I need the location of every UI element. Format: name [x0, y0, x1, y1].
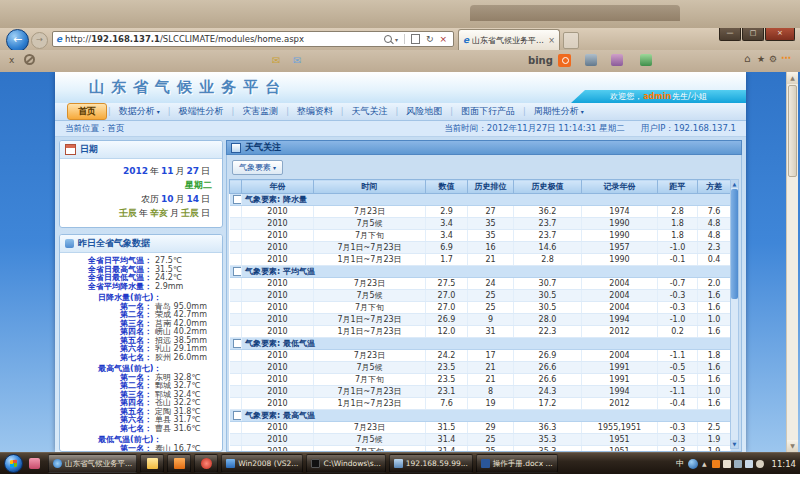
url-text[interactable]: http://192.168.137.1/SLCCLIMATE/modules/… [65, 34, 382, 44]
language-indicator[interactable]: 中 [676, 458, 684, 469]
gear-icon[interactable]: ⚙ [769, 54, 777, 64]
mail-icon[interactable]: ✉ [272, 55, 280, 66]
forward-button[interactable]: → [31, 32, 48, 49]
table-cell: 2010 [242, 434, 314, 446]
section-row[interactable]: 气象要素: 降水量 [230, 194, 731, 206]
page-scrollbar[interactable]: ▲ ▼ [786, 72, 798, 452]
table-row[interactable]: 20107月5候27.02530.52004-0.31.6 [230, 290, 731, 302]
page-scroll-thumb[interactable] [788, 85, 797, 177]
nav-item[interactable]: 灾害监测 [235, 103, 285, 120]
browser-tab[interactable]: e 山东省气候业务平... × [458, 29, 560, 50]
checkbox[interactable] [233, 411, 242, 420]
tab-close-icon[interactable]: × [548, 36, 555, 45]
address-bar-icons: ▾ ↻ × [382, 34, 450, 44]
nav-item[interactable]: 图面下行产品 [454, 103, 522, 120]
apps-icon[interactable] [640, 54, 652, 66]
ie-task-button[interactable]: 山东省气候业务平... [48, 454, 137, 473]
camera-icon[interactable] [585, 54, 597, 66]
back-button[interactable]: ← [6, 29, 29, 52]
checkbox[interactable] [233, 195, 242, 204]
paint-icon[interactable] [611, 54, 623, 66]
stop-icon[interactable]: × [439, 34, 447, 44]
nav-item[interactable]: 首页 [67, 103, 107, 120]
refresh-icon[interactable]: ↻ [426, 34, 434, 44]
task-button[interactable]: 操作手册.docx ... [476, 454, 558, 473]
scroll-up-icon[interactable]: ▲ [731, 180, 738, 188]
scroll-thumb[interactable] [731, 189, 738, 299]
nav-item[interactable]: 风险地图 [399, 103, 449, 120]
table-row[interactable]: 20101月1日~7月23日7.61917.22012-0.41.6 [230, 398, 731, 410]
nav-item[interactable]: 周期性分析▾ [527, 103, 591, 120]
address-bar[interactable]: e http://192.168.137.1/SLCCLIMATE/module… [52, 31, 454, 47]
pinned-task-button[interactable] [194, 454, 218, 473]
display-tray-icon[interactable] [734, 460, 742, 468]
username: admin [643, 92, 671, 101]
table-row[interactable]: 20101月1日~7月23日12.03122.320120.21.6 [230, 326, 731, 338]
minimize-button[interactable]: — [719, 28, 741, 41]
compass-icon[interactable] [24, 54, 35, 65]
network-icon[interactable] [745, 460, 753, 468]
tab-title[interactable]: 山东省气候业务平... [472, 35, 545, 46]
table-row[interactable]: 20107月23日31.52936.31955,1951-0.32.5 [230, 422, 731, 434]
table-cell: 31.5 [426, 422, 468, 434]
close-button[interactable]: × [765, 28, 795, 41]
nav-item[interactable]: 极端性分析 [171, 103, 230, 120]
send-mail-icon[interactable]: ✉ [293, 55, 301, 66]
clock[interactable]: 11:14 [772, 459, 797, 469]
table-row[interactable]: 20107月1日~7月23日6.91614.61957-1.02.3 [230, 242, 731, 254]
table-cell: 19 [468, 398, 514, 410]
task-button[interactable]: Win2008 (VS2... [221, 454, 303, 473]
favorites-star-icon[interactable]: ★ [757, 54, 765, 64]
home-icon[interactable]: ⌂ [744, 53, 750, 64]
compatibility-view-icon[interactable] [411, 34, 420, 44]
section-row[interactable]: 气象要素: 最高气温 [230, 410, 731, 422]
ime-icon[interactable] [688, 459, 698, 469]
table-scrollbar[interactable]: ▲ ▼ [730, 179, 739, 449]
task-button[interactable]: 192.168.59.99... [389, 454, 473, 473]
table-row[interactable]: 20107月下旬23.52126.61991-0.51.6 [230, 374, 731, 386]
tray-expand-icon[interactable]: ▲ [702, 460, 707, 467]
maximize-button[interactable]: □ [742, 28, 764, 41]
search-icon[interactable] [384, 35, 392, 43]
action-center-icon[interactable] [723, 460, 731, 468]
table-row[interactable]: 20107月23日2.92736.219742.87.6 [230, 206, 731, 218]
security-tray-icon[interactable] [712, 460, 720, 468]
table-row[interactable]: 20107月23日27.52430.72004-0.72.0 [230, 278, 731, 290]
more-options-icon[interactable]: ⋯ [781, 52, 791, 63]
table-row[interactable]: 20107月5候23.52126.61991-0.51.6 [230, 362, 731, 374]
table-cell: 2010 [242, 206, 314, 218]
start-button[interactable] [4, 454, 23, 473]
table-cell: 1994 [582, 386, 658, 398]
pinned-task-button[interactable] [140, 454, 164, 473]
table-row[interactable]: 20107月5候3.43523.719901.84.8 [230, 218, 731, 230]
page-scroll-down-icon[interactable]: ▼ [787, 440, 798, 452]
table-row[interactable]: 20107月下旬3.43523.719901.84.8 [230, 230, 731, 242]
pinned-task-button[interactable] [167, 454, 191, 473]
nav-item[interactable]: 天气关注 [345, 103, 395, 120]
table-cell: 23.5 [426, 374, 468, 386]
checkbox[interactable] [233, 267, 242, 276]
chevron-down-icon[interactable]: ▾ [395, 36, 398, 43]
table-row[interactable]: 20107月23日24.21726.92004-1.11.8 [230, 350, 731, 362]
table-row[interactable]: 20101月1日~7月23日1.7212.81990-0.10.4 [230, 254, 731, 266]
new-tab-button[interactable] [563, 32, 579, 49]
pinned-app-icon[interactable] [29, 458, 40, 469]
nav-item[interactable]: 整编资料 [290, 103, 340, 120]
table-row[interactable]: 20107月5候31.42535.31951-0.31.9 [230, 434, 731, 446]
section-row[interactable]: 气象要素: 最低气温 [230, 338, 731, 350]
element-filter-button[interactable]: 气象要素 ▾ [232, 160, 283, 175]
bing-search-icon[interactable] [558, 54, 571, 67]
scroll-down-icon[interactable]: ▼ [731, 440, 738, 448]
table-cell: -0.4 [658, 398, 698, 410]
table-row[interactable]: 20107月1日~7月23日23.1824.31994-1.11.0 [230, 386, 731, 398]
table-row[interactable]: 20107月1日~7月23日26.9928.01994-1.01.0 [230, 314, 731, 326]
section-row[interactable]: 气象要素: 平均气温 [230, 266, 731, 278]
volume-icon[interactable] [756, 460, 764, 468]
table-row[interactable]: 20107月下旬27.02530.52004-0.31.6 [230, 302, 731, 314]
task-button[interactable]: C:\Windows\s... [306, 454, 385, 473]
toolbar-close-icon[interactable]: x [9, 55, 14, 65]
page-scroll-up-icon[interactable]: ▲ [787, 72, 798, 84]
table-cell: 2.8 [514, 254, 582, 266]
nav-item[interactable]: 数据分析▾ [112, 103, 167, 120]
checkbox[interactable] [233, 339, 242, 348]
